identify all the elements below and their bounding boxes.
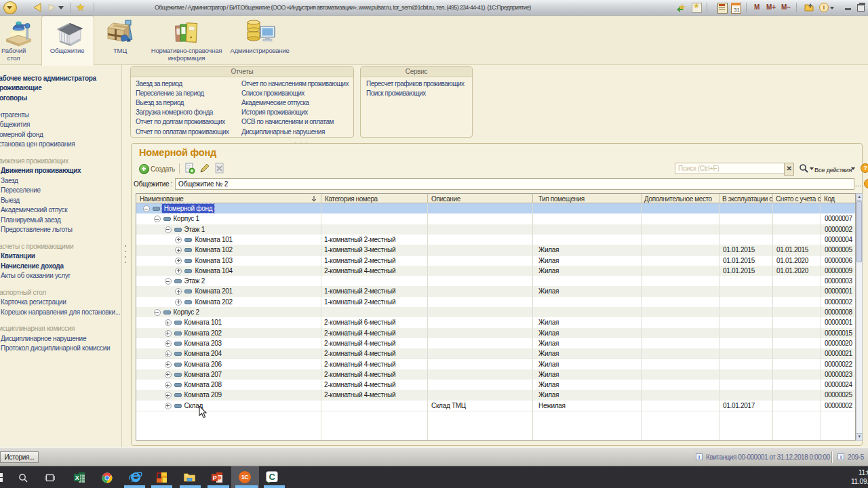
svg-text:X: X [75, 474, 79, 481]
svg-text:P: P [213, 474, 217, 481]
svg-text:C: C [269, 472, 275, 482]
